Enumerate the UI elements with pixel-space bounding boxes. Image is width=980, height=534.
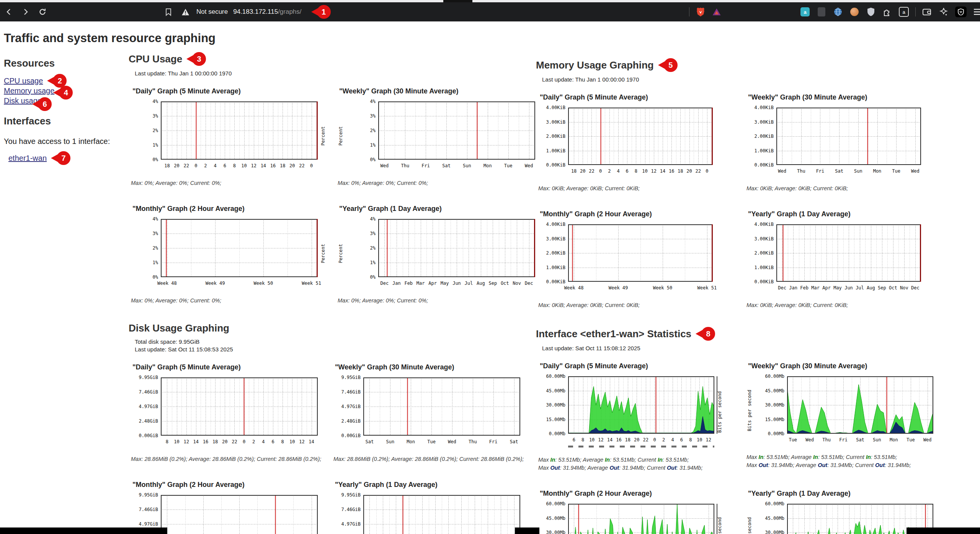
x-tick-label: Dec	[381, 281, 389, 286]
x-tick-label: 8	[581, 437, 584, 443]
y-tick-label: 4%	[153, 99, 158, 104]
y-axis-title: Bits per second	[717, 391, 722, 433]
brave-rewards-triangle-icon[interactable]	[712, 7, 722, 17]
x-tick-label: Mon	[483, 163, 492, 168]
graph-footer-line: Max: 28.86MiB (0.2%); Average: 28.86MiB …	[131, 455, 324, 463]
y-tick-label: 4.00KiB	[546, 222, 565, 227]
section-disk: Disk Usage GraphingTotal disk space: 9.9…	[129, 322, 527, 534]
reload-icon[interactable]	[37, 6, 48, 18]
x-tick-label: Dec	[911, 285, 920, 291]
warning-triangle-icon[interactable]	[180, 6, 191, 18]
shield-extension-icon[interactable]	[866, 7, 876, 17]
x-tick-label: 12	[651, 168, 657, 174]
dark-extension-icon[interactable]	[817, 7, 826, 17]
section-meta-line: Last update: Thu Jan 1 00:00:00 1970	[542, 76, 946, 83]
y-tick-label: 2%	[153, 128, 158, 133]
x-tick-label: Jan	[392, 281, 401, 286]
graph-title-interface-weekly: "Weekly" Graph (30 Minute Average)	[748, 362, 946, 370]
x-tick-label: 6	[271, 439, 274, 444]
x-axis-ticks: Week 48Week 49Week 50Week 51	[568, 285, 713, 293]
back-icon[interactable]	[3, 6, 15, 18]
content-column-left: CPU Usage3Last update: Thu Jan 1 00:00:0…	[129, 47, 527, 534]
x-tick-label: 4	[214, 163, 217, 168]
y-tick-label: 1%	[370, 260, 376, 265]
x-axis-ticks: WedThuFriSatSunMonTueWed	[776, 168, 921, 176]
extensions-puzzle-icon[interactable]	[882, 7, 892, 17]
translate-extension-icon[interactable]: a	[800, 7, 810, 17]
wallet-icon[interactable]	[922, 7, 932, 17]
bookmark-icon[interactable]	[163, 6, 174, 18]
plot-area: Week 00Week 01Week 02Week 03	[568, 504, 714, 534]
y-tick-label: 60.00Mb	[546, 501, 565, 506]
x-tick-label: Sun	[854, 168, 862, 174]
x-tick-label: Sep	[488, 281, 497, 286]
address-bar-url[interactable]: 94.183.172.115/graphs/	[233, 8, 301, 16]
address-bar[interactable]: Not secure 94.183.172.115/graphs/ 1	[163, 2, 331, 21]
graph-footer: Max: 0KiB; Average: 0KiB; Current: 0KiB;	[538, 301, 737, 309]
x-axis-ticks: TueWedThuFriSatSunMonTueWed	[787, 437, 933, 445]
graph-interface-daily: "Daily" Graph (5 Minute Average)0.00Mb15…	[536, 362, 737, 472]
graph-interface-monthly: "Monthly" Graph (2 Hour Average)0.00Mb15…	[536, 490, 737, 534]
graph-footer: Max: 0KiB; Average: 0KiB; Current: 0KiB;	[746, 185, 946, 193]
y-tick-label: 15.00Mb	[765, 417, 784, 422]
cpu-usage-section-title: CPU Usage	[129, 53, 182, 65]
section-meta: Last update: Sat Oct 11 15:08:12 2025	[542, 345, 946, 352]
x-tick-label: Mar	[416, 281, 425, 286]
y-tick-label: 0.00GiB	[341, 433, 361, 438]
sparkle-icon[interactable]	[939, 7, 949, 17]
sidebar-link-memory-usage[interactable]: Memory usage	[4, 87, 54, 95]
x-tick-label: Sep	[878, 285, 886, 291]
x-tick-label: 22	[183, 163, 189, 168]
toolbar-extensions-group: a a	[800, 2, 980, 21]
section-memory: Memory Usage Graphing5Last update: Thu J…	[536, 58, 946, 309]
x-tick-label: Sat	[366, 439, 374, 444]
disk-usage-section-title: Disk Usage Graphing	[129, 322, 229, 334]
orange-extension-icon[interactable]	[849, 7, 859, 17]
x-tick-label: Week 48	[157, 281, 177, 286]
graph-title-disk-weekly: "Weekly" Graph (30 Minute Average)	[335, 363, 527, 371]
y-axis-ticks: 0.00GiB2.48GiB4.97GiB7.46GiB9.95GiB	[129, 377, 161, 436]
x-tick-label: Week 49	[206, 281, 225, 286]
x-tick-label: Aug	[867, 285, 875, 291]
forward-icon[interactable]	[20, 6, 31, 18]
x-tick-label: 4	[671, 437, 674, 443]
plot-area: DecJanFebMarAprMayJunJulAugSepOctNovDec	[378, 219, 535, 288]
menu-icon[interactable]	[973, 7, 980, 17]
sidebar-link-ether1-wan[interactable]: ether1-wan	[8, 154, 47, 163]
y-tick-label: 1%	[153, 260, 158, 265]
globe-extension-icon[interactable]	[833, 7, 843, 17]
x-tick-label: 20	[634, 437, 639, 443]
section-meta-line: Last update: Sat Oct 11 15:08:12 2025	[542, 345, 946, 352]
x-tick-label: 0	[310, 163, 313, 168]
y-tick-label: 60.00Mb	[765, 501, 784, 506]
graph-disk-daily: "Daily" Graph (5 Minute Average)0.00GiB2…	[129, 363, 324, 463]
footer-in-label: In	[758, 454, 763, 460]
graph-footer-line: Max: 0KiB; Average: 0KiB; Current: 0KiB;	[746, 301, 946, 309]
x-tick-label: Week 50	[653, 285, 673, 291]
container-extension-icon[interactable]: a	[899, 7, 909, 17]
graph-cpu-yearly: "Yearly" Graph (1 Day Average)Percent0%1…	[335, 205, 535, 305]
sidebar-link-cpu-usage[interactable]: CPU usage	[4, 77, 43, 85]
browser-toolbar: Not secure 94.183.172.115/graphs/ 1 a	[0, 2, 980, 21]
y-tick-label: 0.00Mb	[549, 431, 565, 436]
x-tick-label: Mar	[811, 285, 820, 291]
y-tick-label: 15.00Mb	[546, 417, 565, 422]
graph-canvas-cpu-weekly	[378, 101, 535, 160]
section-meta-line: Total disk space: 9.95GiB	[135, 338, 527, 346]
y-tick-label: 2.48GiB	[139, 418, 158, 424]
x-tick-label: 2	[204, 163, 207, 168]
plot-area: SatSunMonTueWedThuFriSat	[363, 377, 520, 447]
graph-footer-line: Max: 28.86MiB (0.2%); Average: 28.86MiB …	[333, 455, 527, 463]
x-axis-ticks: Week 48Week 49Week 50Week 51	[161, 281, 318, 288]
graph-footer-line: Max: 0%; Average: 0%; Current: 0%;	[338, 297, 535, 305]
graph-disk-monthly: "Monthly" Graph (2 Hour Average)0.00GiB2…	[129, 481, 324, 534]
x-tick-label: 6	[573, 437, 575, 443]
x-tick-label: 12	[299, 439, 304, 444]
brave-shield-icon[interactable]	[696, 7, 706, 17]
y-tick-label: 4.97GiB	[139, 404, 158, 409]
vpn-shield-icon[interactable]	[955, 7, 967, 17]
graph-canvas-disk-monthly	[161, 495, 318, 534]
footer-out-label: Out	[609, 465, 619, 471]
x-tick-label: 10	[289, 439, 295, 444]
y-axis-title: Bits per second	[717, 517, 722, 534]
